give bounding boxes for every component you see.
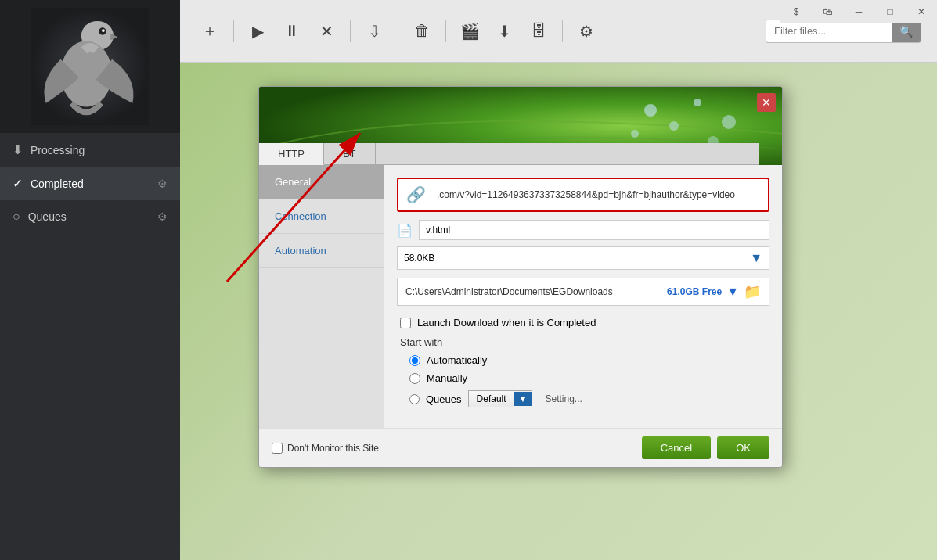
dollar-button[interactable]: $	[780, 0, 812, 23]
automatically-label: Automatically	[427, 354, 487, 366]
svg-point-14	[631, 130, 639, 138]
move-button[interactable]: ⇩	[360, 17, 388, 45]
manually-radio[interactable]	[409, 373, 420, 384]
dialog-close-button[interactable]: ✕	[757, 93, 776, 112]
automatically-row: Automatically	[397, 354, 769, 366]
queues-label: Queues	[426, 393, 462, 405]
database-button[interactable]: 🗄	[524, 17, 553, 45]
sep1	[233, 20, 234, 42]
dialog-footer: Don't Monitor this Site Cancel OK	[259, 428, 782, 467]
dialog-left-panel: General Connection Automation	[259, 165, 384, 428]
size-row: ▼	[397, 246, 769, 270]
add-button[interactable]: ＋	[196, 17, 224, 45]
dialog-body: General Connection Automation 🔗 📄	[259, 165, 782, 428]
pause-button[interactable]: ⏸	[278, 17, 306, 45]
new-download-dialog: New Download HTTP BT ✕ General Connectio…	[258, 86, 783, 468]
file-icon: 📄	[397, 223, 413, 238]
cancel-button[interactable]: Cancel	[642, 436, 711, 459]
sidebar-item-completed[interactable]: ✓ Completed ⚙	[0, 167, 180, 200]
sep4	[445, 20, 446, 42]
stop-button[interactable]: ✕	[312, 17, 341, 45]
app-logo	[0, 0, 180, 133]
queues-default-text: Default	[469, 391, 514, 407]
app-close-button[interactable]: ✕	[906, 0, 937, 23]
svg-point-9	[644, 104, 657, 117]
sep2	[350, 20, 351, 42]
svg-point-10	[669, 121, 679, 131]
sidebar-item-queues-label: Queues	[28, 210, 150, 223]
dialog-header: New Download HTTP BT ✕	[259, 87, 782, 165]
manually-row: Manually	[397, 372, 769, 384]
url-input[interactable]	[434, 183, 768, 206]
link-icon: 🔗	[398, 179, 434, 210]
main-area: $ 🛍 ─ □ ✕ ＋ ▶ ⏸ ✕ ⇩ 🗑 🎬 ⬇ 🗄 ⚙ 🔍	[180, 0, 937, 560]
sidebar: ⬇ Processing ✓ Completed ⚙ ○ Queues ⚙	[0, 0, 180, 560]
queues-gear-icon[interactable]: ⚙	[157, 210, 168, 223]
settings-button[interactable]: ⚙	[572, 17, 600, 45]
sep5	[562, 20, 563, 42]
svg-point-11	[694, 99, 701, 106]
start-with-label: Start with	[397, 336, 769, 348]
sidebar-item-completed-label: Completed	[31, 178, 150, 190]
path-dropdown-icon[interactable]: ▼	[726, 285, 739, 299]
manually-label: Manually	[427, 372, 467, 384]
tab-bt[interactable]: BT	[324, 143, 376, 164]
tab-http[interactable]: HTTP	[259, 143, 324, 165]
completed-icon: ✓	[13, 176, 23, 191]
panel-automation[interactable]: Automation	[259, 234, 384, 268]
launch-checkbox[interactable]	[400, 318, 411, 328]
restore-button[interactable]: □	[874, 0, 906, 23]
setting-link[interactable]: Setting...	[545, 393, 582, 404]
download-button[interactable]: ⬇	[490, 17, 518, 45]
automatically-radio[interactable]	[409, 355, 420, 366]
media-button[interactable]: 🎬	[456, 17, 484, 45]
minimize-button[interactable]: ─	[843, 0, 874, 23]
window-controls: $ 🛍 ─ □ ✕	[780, 0, 937, 23]
svg-point-12	[722, 115, 736, 129]
sep3	[398, 20, 398, 42]
save-path-row: C:\Users\Administrator\Documents\EGDownl…	[397, 278, 769, 306]
processing-icon: ⬇	[13, 142, 23, 157]
ok-button[interactable]: OK	[717, 436, 769, 459]
sidebar-item-queues[interactable]: ○ Queues ⚙	[0, 200, 180, 233]
queues-dropdown[interactable]: Default ▼	[468, 390, 533, 407]
launch-label: Launch Download when it is Completed	[417, 317, 596, 328]
browse-folder-icon[interactable]: 📁	[744, 283, 761, 300]
queues-arrow-icon[interactable]: ▼	[514, 392, 532, 406]
dont-monitor-label: Don't Monitor this Site	[287, 443, 379, 454]
queues-radio[interactable]	[409, 394, 420, 404]
url-row: 🔗	[397, 178, 769, 212]
start-button[interactable]: ▶	[243, 17, 272, 45]
dont-monitor-checkbox[interactable]	[272, 443, 283, 454]
file-row: 📄	[397, 220, 769, 240]
sidebar-item-processing[interactable]: ⬇ Processing	[0, 133, 180, 167]
launch-option-row: Launch Download when it is Completed	[397, 317, 769, 328]
dialog-right-panel: 🔗 📄 ▼ C:\Users\Admini	[384, 165, 782, 428]
size-dropdown-icon[interactable]: ▼	[744, 247, 769, 269]
svg-point-3	[102, 29, 105, 32]
bag-button[interactable]: 🛍	[812, 0, 843, 23]
save-path-text: C:\Users\Administrator\Documents\EGDownl…	[405, 286, 662, 297]
filter-input[interactable]	[766, 20, 892, 41]
queues-row: Queues Default ▼ Setting...	[397, 390, 769, 407]
delete-button[interactable]: 🗑	[408, 17, 436, 45]
content-area: New Download HTTP BT ✕ General Connectio…	[180, 63, 937, 560]
filename-input[interactable]	[419, 220, 769, 240]
panel-general[interactable]: General	[259, 165, 384, 199]
queues-icon: ○	[13, 210, 20, 224]
size-input[interactable]	[398, 249, 744, 267]
panel-connection[interactable]: Connection	[259, 199, 384, 234]
sidebar-item-processing-label: Processing	[31, 144, 168, 156]
free-space-text: 61.0GB Free	[667, 286, 722, 297]
dialog-tabs: HTTP BT	[259, 143, 759, 165]
dont-monitor-row: Don't Monitor this Site	[272, 443, 379, 454]
completed-gear-icon[interactable]: ⚙	[157, 178, 168, 190]
